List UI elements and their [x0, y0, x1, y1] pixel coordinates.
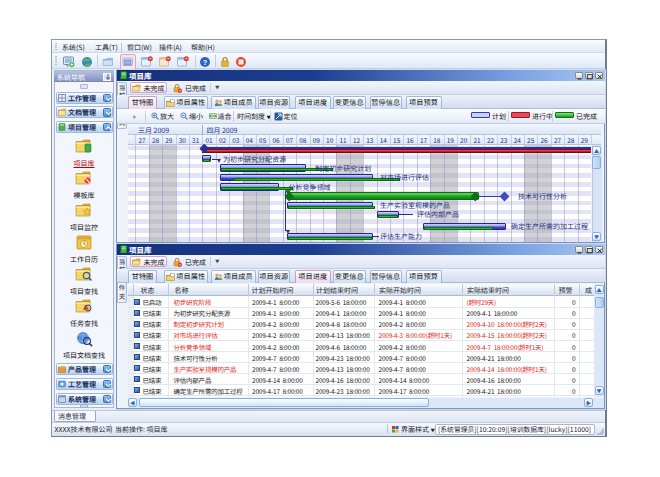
svg-text:?: ?: [203, 57, 208, 66]
